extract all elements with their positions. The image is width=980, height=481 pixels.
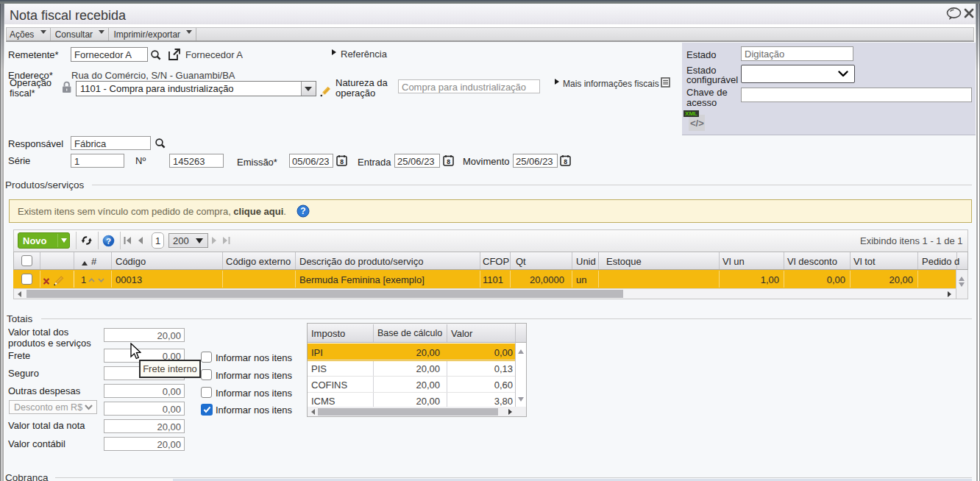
svg-text:8: 8	[340, 158, 344, 165]
svg-text:8: 8	[564, 158, 567, 165]
svg-text:?: ?	[106, 237, 111, 246]
svg-text:8: 8	[447, 158, 450, 165]
svg-text:?: ?	[300, 206, 305, 216]
